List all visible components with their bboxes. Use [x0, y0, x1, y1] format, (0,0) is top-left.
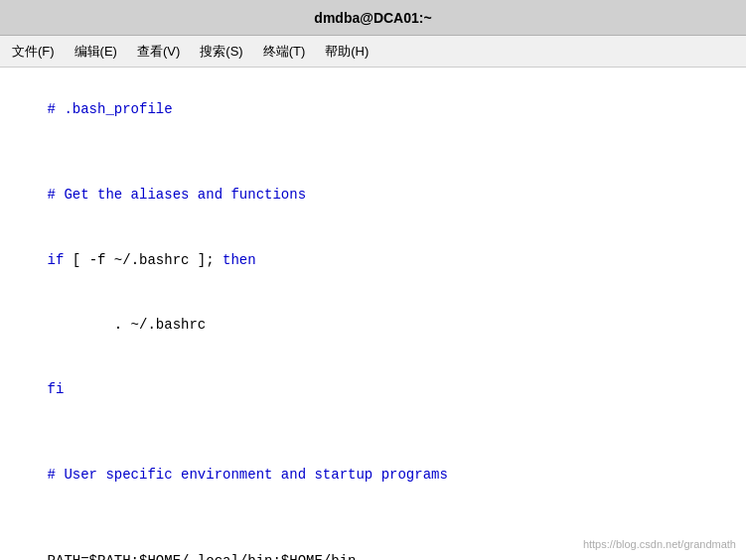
title-bar-text: dmdba@DCA01:~ — [314, 10, 431, 26]
line-blank-2 — [14, 422, 732, 444]
line-comment-aliases: # Get the aliases and functions — [14, 164, 732, 228]
line-comment-user: # User specific environment and startup … — [14, 444, 732, 508]
menu-bar: 文件(F) 编辑(E) 查看(V) 搜索(S) 终端(T) 帮助(H) — [0, 36, 746, 68]
line-bash-profile: # .bash_profile — [14, 77, 732, 142]
line-blank-1 — [14, 142, 732, 164]
line-blank-3 — [14, 508, 732, 530]
line-fi: fi — [14, 357, 732, 422]
terminal-content: # .bash_profile # Get the aliases and fu… — [0, 68, 746, 560]
menu-edit[interactable]: 编辑(E) — [67, 39, 125, 65]
watermark: https://blog.csdn.net/grandmath — [583, 538, 736, 550]
menu-terminal[interactable]: 终端(T) — [255, 39, 314, 65]
menu-file[interactable]: 文件(F) — [4, 39, 63, 65]
line-source: . ~/.bashrc — [14, 293, 732, 357]
menu-help[interactable]: 帮助(H) — [317, 39, 376, 65]
title-bar: dmdba@DCA01:~ — [0, 0, 746, 36]
line-if: if [ -f ~/.bashrc ]; then — [14, 228, 732, 293]
menu-search[interactable]: 搜索(S) — [192, 39, 250, 65]
menu-view[interactable]: 查看(V) — [129, 39, 188, 65]
